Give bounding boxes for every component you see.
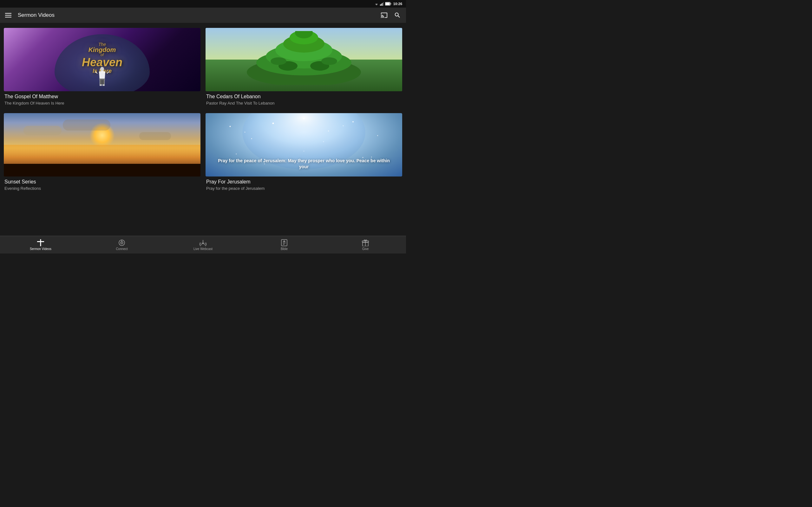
nav-label-bible: Bible [281, 247, 288, 250]
svg-rect-39 [131, 167, 136, 176]
thumbnail-gospel: The Kingdom of Heaven Is Here [4, 28, 200, 91]
nav-give[interactable]: Give [325, 239, 406, 250]
video-card-gospel-matthew[interactable]: The Kingdom of Heaven Is Here [4, 28, 200, 107]
cedar-scene [206, 28, 402, 91]
svg-point-7 [100, 67, 104, 71]
svg-rect-29 [29, 169, 33, 176]
video-subtitle-sunset: Evening Reflections [4, 186, 200, 191]
video-grid: The Kingdom of Heaven Is Here [0, 23, 406, 236]
cross-icon [37, 239, 44, 246]
svg-rect-13 [100, 79, 104, 84]
video-title-jerusalem: Pray For Jerusalem [206, 179, 402, 185]
cloud1 [23, 126, 61, 135]
video-subtitle-cedar: Pastor Ray And The Visit To Lebanon [206, 101, 402, 106]
bottom-navigation: Sermon Videos Connect Live Webcast [0, 236, 406, 253]
svg-rect-30 [39, 166, 44, 176]
svg-line-8 [95, 72, 97, 73]
status-bar: 10:26 [0, 0, 406, 8]
horizon-glow [4, 145, 200, 164]
nav-label-webcast: Live Webcast [194, 247, 212, 250]
video-info-sunset: Sunset Series Evening Reflections [4, 176, 200, 192]
video-info-gospel: The Gospel Of Matthew The Kingdom Of Hea… [4, 91, 200, 107]
video-title-cedar: The Cedars Of Lebanon [206, 94, 402, 100]
svg-point-47 [230, 126, 231, 127]
status-icons [374, 2, 392, 6]
video-card-cedars-lebanon[interactable]: The Cedars Of Lebanon Pastor Ray And The… [206, 28, 402, 107]
svg-rect-44 [185, 167, 189, 176]
video-subtitle-jerusalem: Pray for the peace of Jerusalem [206, 186, 402, 191]
cedar-tree-svg [241, 31, 367, 85]
gift-icon [362, 239, 369, 246]
svg-rect-40 [140, 166, 147, 176]
broadcast-icon [200, 239, 206, 246]
app-bar: Sermon Videos [0, 8, 406, 23]
svg-point-53 [377, 135, 378, 136]
city-buildings [4, 164, 200, 176]
video-card-jerusalem[interactable]: Pray for the peace of Jerusalem: May the… [206, 113, 402, 192]
signal-icon [380, 2, 384, 6]
nav-bible[interactable]: Bible [244, 239, 325, 250]
cloud3 [63, 119, 110, 130]
cast-button[interactable] [380, 12, 388, 19]
svg-rect-34 [77, 166, 83, 176]
video-info-jerusalem: Pray For Jerusalem Pray for the peace of… [206, 176, 402, 192]
svg-point-54 [236, 154, 237, 155]
bible-icon [281, 239, 288, 246]
svg-rect-57 [40, 239, 41, 246]
svg-rect-12 [99, 78, 105, 79]
svg-rect-31 [48, 168, 51, 176]
video-info-cedar: The Cedars Of Lebanon Pastor Ray And The… [206, 91, 402, 107]
jerusalem-scene: Pray for the peace of Jerusalem: May the… [206, 113, 402, 176]
svg-point-24 [270, 57, 287, 65]
nav-label-sermon: Sermon Videos [30, 247, 51, 250]
app-bar-right [380, 12, 401, 19]
sunset-scene [4, 113, 200, 176]
svg-rect-2 [382, 3, 383, 6]
thumbnail-sunset [4, 113, 200, 176]
nav-live-webcast[interactable]: Live Webcast [162, 239, 244, 250]
svg-point-52 [352, 121, 354, 122]
video-title-gospel: The Gospel Of Matthew [4, 94, 200, 100]
svg-point-61 [121, 242, 122, 243]
video-title-sunset: Sunset Series [4, 179, 200, 185]
preacher-silhouette [93, 66, 112, 88]
thumbnail-jerusalem: Pray for the peace of Jerusalem: May the… [206, 113, 402, 176]
app-title: Sermon Videos [18, 12, 55, 18]
svg-rect-32 [55, 165, 62, 176]
svg-rect-6 [391, 3, 391, 4]
nav-label-give: Give [362, 247, 369, 250]
pray-text: Pray for the peace of Jerusalem: May the… [215, 158, 392, 170]
cast-icon [380, 12, 388, 19]
nav-sermon-videos[interactable]: Sermon Videos [0, 239, 81, 250]
app-bar-left: Sermon Videos [5, 12, 55, 18]
nav-connect[interactable]: Connect [81, 239, 162, 250]
status-time: 10:26 [393, 2, 402, 6]
svg-rect-1 [381, 4, 382, 6]
video-subtitle-gospel: The Kingdom Of Heaven Is Here [4, 101, 200, 106]
svg-rect-38 [121, 165, 127, 176]
svg-rect-41 [153, 168, 156, 176]
svg-rect-5 [386, 3, 390, 5]
svg-point-55 [371, 157, 372, 158]
svg-rect-58 [37, 241, 44, 242]
svg-rect-42 [162, 167, 168, 176]
svg-point-49 [272, 123, 274, 124]
svg-rect-27 [10, 167, 15, 176]
svg-line-9 [107, 72, 109, 73]
svg-rect-3 [383, 2, 384, 6]
video-card-sunset[interactable]: Sunset Series Evening Reflections [4, 113, 200, 192]
svg-rect-33 [67, 167, 72, 176]
gospel-scene: The Kingdom of Heaven Is Here [4, 28, 200, 91]
menu-button[interactable] [5, 13, 11, 17]
thumbnail-cedar [206, 28, 402, 91]
search-icon [394, 12, 401, 19]
svg-rect-36 [99, 166, 106, 176]
connect-icon [118, 239, 125, 246]
svg-rect-28 [20, 165, 26, 176]
svg-point-25 [321, 57, 337, 65]
search-button[interactable] [394, 12, 401, 19]
battery-icon [385, 2, 392, 6]
svg-rect-35 [90, 168, 93, 176]
svg-rect-0 [380, 4, 380, 6]
svg-point-48 [251, 138, 252, 139]
